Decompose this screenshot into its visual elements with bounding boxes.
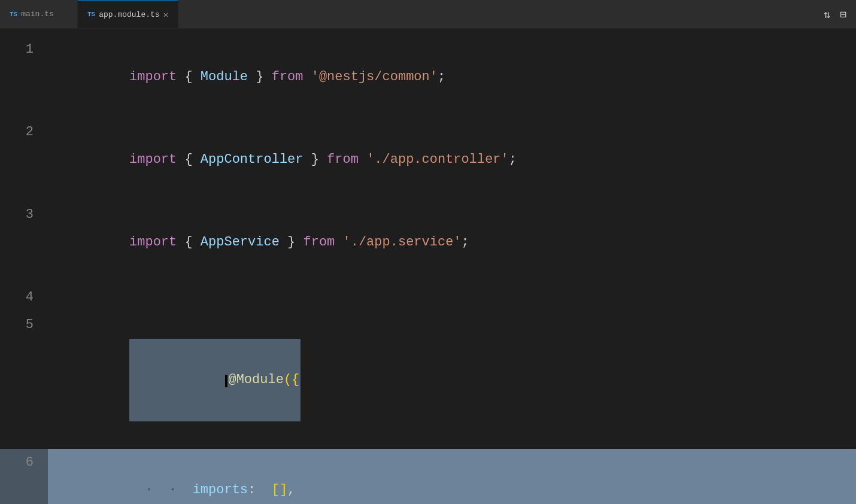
- close-tab-button[interactable]: ✕: [163, 10, 168, 20]
- split-editor-icon[interactable]: ⊟: [840, 8, 846, 21]
- table-row: 1 import { Module } from '@nestjs/common…: [0, 36, 856, 119]
- table-row: 4: [0, 284, 856, 311]
- line-content-5: @Module({: [48, 311, 856, 449]
- line-number-3: 3: [0, 201, 48, 229]
- line-number-6: 6: [0, 449, 48, 476]
- line-content-6: · · imports: [],: [48, 449, 856, 504]
- table-row: 3 import { AppService } from './app.serv…: [0, 201, 856, 284]
- line-content-4: [48, 284, 856, 311]
- table-row: 6 · · imports: [],: [0, 449, 856, 504]
- line-content-1: import { Module } from '@nestjs/common';: [48, 36, 856, 119]
- ts-badge-module: TS: [87, 11, 95, 18]
- line-number-1: 1: [0, 36, 48, 63]
- code-area[interactable]: 1 import { Module } from '@nestjs/common…: [0, 29, 856, 504]
- tab-app-module-ts[interactable]: TS app.module.ts ✕: [78, 0, 178, 28]
- editor-container: TS main.ts TS app.module.ts ✕ ⇅ ⊟ 1 impo…: [0, 0, 856, 504]
- line-number-5: 5: [0, 311, 48, 339]
- line-number-4: 4: [0, 284, 48, 311]
- line-content-3: import { AppService } from './app.servic…: [48, 201, 856, 284]
- tab-main-ts[interactable]: TS main.ts: [0, 0, 78, 28]
- code-lines: 1 import { Module } from '@nestjs/common…: [0, 36, 856, 504]
- tab-bar: TS main.ts TS app.module.ts ✕ ⇅ ⊟: [0, 0, 856, 29]
- table-row: 5 @Module({: [0, 311, 856, 449]
- ts-badge-main: TS: [10, 11, 17, 18]
- line-content-2: import { AppController } from './app.con…: [48, 119, 856, 201]
- diff-icon[interactable]: ⇅: [824, 8, 830, 21]
- table-row: 2 import { AppController } from './app.c…: [0, 119, 856, 201]
- tab-label-module: app.module.ts: [99, 10, 159, 19]
- cursor: [225, 375, 227, 387]
- tab-actions: ⇅ ⊟: [824, 8, 846, 21]
- line-number-2: 2: [0, 119, 48, 146]
- tab-label-main: main.ts: [21, 10, 54, 19]
- keyword-import: import: [129, 69, 177, 84]
